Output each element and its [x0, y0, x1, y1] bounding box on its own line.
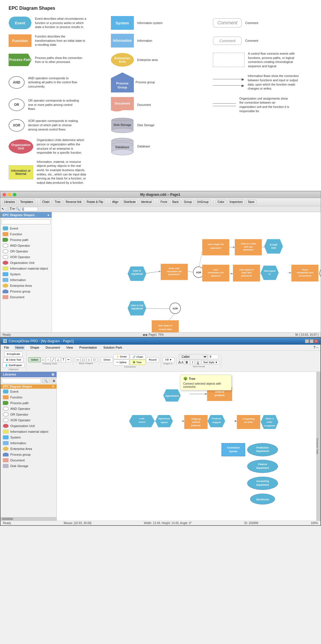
select-button[interactable]: Select: [28, 357, 41, 362]
help-icon[interactable]: ?: [314, 345, 316, 349]
text-style-button[interactable]: Text Style ▼: [201, 360, 219, 364]
tool-icon-select[interactable]: ⬜: [5, 207, 9, 211]
minimize-button[interactable]: [8, 193, 11, 196]
libraries-button[interactable]: Libraries: [2, 199, 17, 204]
italic-button[interactable]: I: [190, 360, 195, 365]
win2-search-input[interactable]: [2, 378, 41, 383]
sidebar-item-function[interactable]: Function: [0, 231, 52, 237]
rect-tool[interactable]: □: [41, 357, 46, 362]
win-maximize-button[interactable]: □: [310, 339, 314, 343]
back-button[interactable]: Back: [170, 199, 181, 204]
sidebar-item-enterprise-area[interactable]: Enterprise Area: [0, 283, 52, 289]
ellipse-tool[interactable]: ○: [46, 357, 50, 362]
group-button[interactable]: Group: [182, 199, 194, 204]
search-input[interactable]: [21, 207, 38, 211]
align-button[interactable]: Align: [110, 199, 120, 204]
shape-round-rect[interactable]: ▢: [81, 357, 86, 362]
sidebar-collapse-icon[interactable]: ●: [47, 213, 49, 217]
line-tool[interactable]: ╱: [51, 357, 55, 362]
sidebar-search-input[interactable]: [1, 220, 50, 224]
win2-sidebar-item-information[interactable]: Information: [1, 440, 56, 446]
win2-sidebar-item-system[interactable]: System: [1, 434, 56, 440]
maximize-button[interactable]: [13, 193, 16, 196]
win2-sidebar-item-disk-storage[interactable]: Disk Storage: [1, 463, 56, 469]
tool-icon-zoom[interactable]: 🔍: [16, 207, 20, 211]
sidebar-item-process-path[interactable]: Process path: [0, 237, 52, 243]
text-tool[interactable]: T: [61, 357, 66, 362]
win2-sidebar-item-function[interactable]: Function: [1, 394, 56, 400]
sidebar-item-org-unit[interactable]: Organization Unit: [0, 260, 52, 266]
reverse-link-button[interactable]: Reverse link: [64, 199, 83, 204]
menu-view[interactable]: View: [65, 345, 74, 350]
win2-diagram-canvas[interactable]: 🌳 Tree Connect selected objects with con…: [57, 372, 316, 521]
front-button[interactable]: Front: [158, 199, 169, 204]
mac-diagram-canvas[interactable]: User is registered Does user remember hi…: [52, 212, 321, 332]
tree-connector-button[interactable]: 🌳 Tree: [130, 360, 146, 365]
chain-connector-button[interactable]: 🔗 Chain: [130, 354, 146, 359]
win2-sidebar-item-process-path[interactable]: Process path: [1, 400, 56, 406]
eyedropper-button[interactable]: 💧 Eyedropper: [2, 363, 25, 368]
menu-file[interactable]: File: [3, 345, 10, 350]
identical-button[interactable]: Identical: [139, 199, 154, 204]
save-button[interactable]: Save: [246, 199, 257, 204]
sidebar-item-or[interactable]: OR Operator: [0, 248, 52, 254]
win2-sidebar-item-enterprise-area[interactable]: Enterprise Area: [1, 446, 56, 452]
menu-presentation[interactable]: Presentation: [78, 345, 98, 350]
libraries-icon[interactable]: ⊞: [52, 373, 54, 376]
tool-icon-arrow[interactable]: ↖: [1, 207, 4, 211]
bold-button[interactable]: B: [184, 360, 190, 365]
tool-icon-text[interactable]: T: [10, 207, 12, 211]
menu-shape[interactable]: Shape: [29, 345, 40, 350]
sidebar-item-process-group[interactable]: Process group: [0, 289, 52, 294]
menu-solution-park[interactable]: Solution Park: [102, 345, 123, 350]
win2-sidebar-item-event[interactable]: Event: [1, 389, 56, 394]
distribute-button[interactable]: Distribute: [122, 199, 138, 204]
grid-view-button[interactable]: ⊞: [51, 378, 57, 383]
ungroup-button[interactable]: UnGroup: [195, 199, 211, 204]
win2-sidebar-item-xor[interactable]: XOR Operator: [1, 417, 56, 423]
font-size-input[interactable]: [208, 354, 218, 359]
sidebar-scrollbar[interactable]: [1, 517, 56, 521]
tool-icon-pen[interactable]: ✏: [12, 207, 15, 211]
inspectors-button[interactable]: Inspectors: [228, 199, 245, 204]
search-button[interactable]: 🔍: [42, 378, 50, 383]
lib-close-icon[interactable]: ✕: [52, 385, 54, 388]
win2-sidebar-item-info-mat[interactable]: Information/ material object: [1, 429, 56, 434]
sidebar-item-and[interactable]: AND Operator: [0, 243, 52, 248]
round-connector-button[interactable]: Round: [146, 357, 159, 362]
win2-sidebar-item-process-group[interactable]: Process group: [1, 452, 56, 457]
win2-sidebar-item-document[interactable]: Document: [1, 457, 56, 463]
sidebar-item-event[interactable]: Event: [0, 226, 52, 231]
shape-diamond[interactable]: ◇: [86, 357, 91, 362]
shape-rect[interactable]: ▭: [75, 357, 80, 362]
win2-sidebar-item-org-unit[interactable]: Organization Unit: [1, 423, 56, 429]
win2-sidebar-item-or[interactable]: OR Operator: [1, 412, 56, 417]
sidebar-item-information[interactable]: Information: [0, 277, 52, 283]
sidebar-item-info-mat[interactable]: Information/ material object: [0, 266, 52, 271]
menu-home[interactable]: Home: [14, 345, 25, 350]
duplicate-button[interactable]: ⧉ Duplicate: [4, 351, 23, 357]
chain-button[interactable]: Chain: [40, 199, 52, 204]
clone-tool-button[interactable]: ⊞ Clone Tool: [3, 357, 24, 362]
sidebar-item-xor[interactable]: XOR Operator: [0, 254, 52, 260]
smart-connector-button[interactable]: ⚡ Smart: [113, 354, 130, 359]
fill-button[interactable]: Fill ▼: [163, 357, 175, 362]
win-minimize-button[interactable]: ─: [305, 339, 309, 343]
tree-button[interactable]: Tree: [53, 199, 62, 204]
win2-sidebar-item-and[interactable]: AND Operator: [1, 406, 56, 412]
rotate-flip-button[interactable]: Rotate & Flip: [85, 199, 105, 204]
triangle-tool[interactable]: △: [56, 357, 61, 362]
direct-connector-button[interactable]: Direct: [101, 357, 113, 362]
shape-pentagon[interactable]: ⬠: [92, 357, 97, 362]
color-button[interactable]: Color: [216, 199, 226, 204]
pen-tool[interactable]: ✏: [66, 357, 71, 362]
sidebar-item-document[interactable]: Document: [0, 294, 52, 300]
menu-document[interactable]: Document: [44, 345, 61, 350]
close-button[interactable]: [3, 193, 6, 196]
spline-connector-button[interactable]: 〜 Spline: [113, 359, 130, 366]
font-family-select[interactable]: Calibri: [179, 354, 208, 359]
underline-button[interactable]: U: [195, 360, 201, 365]
sidebar-item-system[interactable]: System: [0, 271, 52, 277]
win2-min-btn[interactable]: –: [316, 346, 318, 349]
win-close-button[interactable]: ✕: [314, 339, 318, 343]
